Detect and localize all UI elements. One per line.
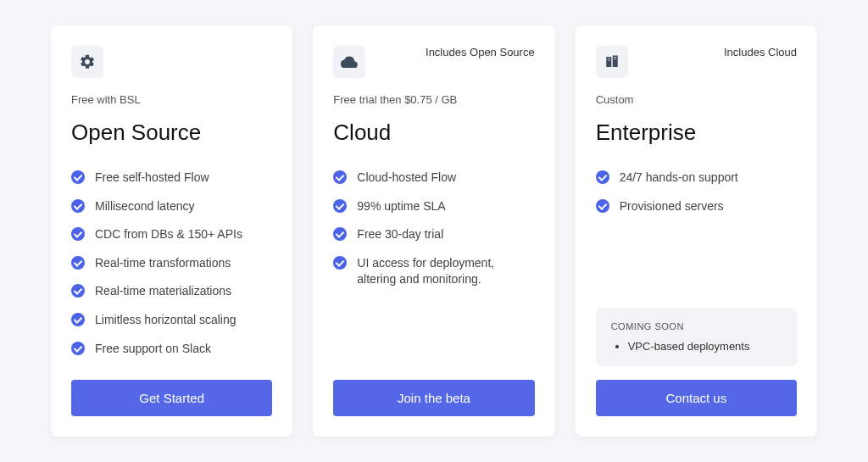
feature-item: Millisecond latency: [71, 198, 272, 215]
feature-item: Cloud-hosted Flow: [333, 170, 534, 186]
check-icon: [71, 313, 85, 326]
header-tag: Includes Open Source: [426, 46, 535, 58]
svg-rect-4: [614, 57, 616, 58]
plan-title: Open Source: [71, 120, 272, 146]
card-header: [71, 46, 272, 78]
get-started-button[interactable]: Get Started: [71, 380, 272, 416]
feature-item: Real-time materializations: [71, 283, 272, 300]
check-icon: [71, 199, 85, 213]
contact-us-button[interactable]: Contact us: [596, 380, 797, 416]
header-tag: Includes Cloud: [724, 46, 797, 58]
feature-text: Millisecond latency: [95, 198, 195, 215]
check-icon: [71, 170, 85, 184]
check-icon: [333, 170, 347, 184]
feature-text: Cloud-hosted Flow: [357, 170, 456, 186]
price-note: Free trial then $0.75 / GB: [333, 93, 534, 106]
feature-item: Limitless horizontal scaling: [71, 312, 272, 329]
join-beta-button[interactable]: Join the beta: [333, 380, 534, 416]
feature-item: 24/7 hands-on support: [596, 170, 797, 186]
feature-item: Real-time transformations: [71, 255, 272, 272]
feature-list: Free self-hosted Flow Millisecond latenc…: [71, 170, 272, 380]
check-icon: [71, 284, 85, 298]
pricing-grid: Free with BSL Open Source Free self-host…: [51, 25, 817, 437]
feature-text: Free 30-day trial: [357, 226, 443, 243]
feature-text: Real-time transformations: [95, 255, 231, 272]
feature-item: 99% uptime SLA: [333, 198, 534, 215]
server-icon: [596, 46, 628, 78]
feature-item: Free 30-day trial: [333, 226, 534, 243]
check-icon: [333, 256, 347, 270]
price-note: Free with BSL: [71, 93, 272, 106]
coming-soon-box: COMING SOON VPC-based deployments: [596, 308, 797, 366]
feature-item: UI access for deployment, altering and m…: [333, 255, 534, 288]
check-icon: [333, 199, 347, 213]
price-note: Custom: [596, 93, 797, 106]
feature-text: Provisioned servers: [620, 198, 724, 215]
svg-rect-5: [614, 58, 616, 59]
check-icon: [333, 227, 347, 241]
check-icon: [71, 227, 85, 241]
gear-icon: [71, 46, 103, 78]
feature-text: 24/7 hands-on support: [620, 170, 738, 186]
plan-card-open-source: Free with BSL Open Source Free self-host…: [51, 25, 292, 437]
feature-item: CDC from DBs & 150+ APIs: [71, 226, 272, 243]
plan-card-cloud: Includes Open Source Free trial then $0.…: [313, 25, 554, 437]
feature-text: Free support on Slack: [95, 341, 211, 358]
feature-text: 99% uptime SLA: [357, 198, 445, 215]
coming-soon-item: VPC-based deployments: [628, 340, 782, 353]
feature-item: Provisioned servers: [596, 198, 797, 215]
svg-rect-2: [607, 58, 609, 59]
feature-item: Free self-hosted Flow: [71, 170, 272, 186]
feature-text: Limitless horizontal scaling: [95, 312, 236, 329]
coming-soon-list: VPC-based deployments: [611, 340, 782, 353]
feature-text: Free self-hosted Flow: [95, 170, 209, 186]
check-icon: [596, 199, 609, 213]
plan-title: Enterprise: [596, 120, 797, 146]
feature-text: UI access for deployment, altering and m…: [357, 255, 534, 288]
coming-soon-label: COMING SOON: [611, 321, 782, 331]
feature-list: 24/7 hands-on support Provisioned server…: [596, 170, 797, 308]
card-header: Includes Open Source: [333, 46, 534, 78]
check-icon: [596, 170, 609, 184]
card-header: Includes Cloud: [596, 46, 797, 78]
plan-card-enterprise: Includes Cloud Custom Enterprise 24/7 ha…: [576, 25, 817, 437]
feature-text: CDC from DBs & 150+ APIs: [95, 226, 242, 243]
cloud-icon: [333, 46, 365, 78]
plan-title: Cloud: [333, 120, 534, 146]
feature-text: Real-time materializations: [95, 283, 231, 300]
feature-list: Cloud-hosted Flow 99% uptime SLA Free 30…: [333, 170, 534, 380]
svg-rect-3: [607, 60, 609, 61]
feature-item: Free support on Slack: [71, 341, 272, 358]
check-icon: [71, 256, 85, 270]
check-icon: [71, 342, 85, 355]
